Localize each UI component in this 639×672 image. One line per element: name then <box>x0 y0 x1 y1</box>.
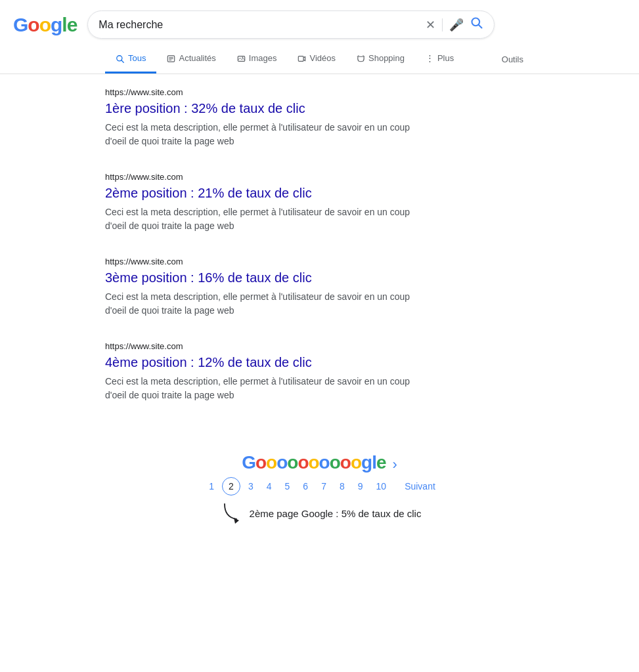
videos-tab-icon <box>297 53 306 63</box>
tab-tous[interactable]: Tous <box>105 45 156 74</box>
tab-images[interactable]: Images <box>227 45 288 73</box>
page-5[interactable]: 5 <box>280 478 296 494</box>
images-tab-icon <box>237 53 246 63</box>
page-3[interactable]: 3 <box>243 478 259 494</box>
pagination-logo-row: Goooooooooogle › <box>242 452 397 477</box>
clear-icon[interactable]: ✕ <box>426 18 435 32</box>
page-6[interactable]: 6 <box>297 478 313 494</box>
google-logo: Google <box>13 14 77 36</box>
search-bar: ✕ 🎤 <box>87 10 495 39</box>
results-container: https://www.site.com 1ère position : 32%… <box>0 74 639 439</box>
tab-tous-label: Tous <box>128 53 146 63</box>
tab-videos[interactable]: Vidéos <box>287 45 346 73</box>
page-10[interactable]: 10 <box>371 478 392 494</box>
tools-button[interactable]: Outils <box>491 47 534 72</box>
search-tab-icon <box>116 53 125 64</box>
result-item-2: https://www.site.com 2ème position : 21%… <box>105 172 534 233</box>
annotation-box: 2ème page Google : 5% de taux de clic <box>218 501 422 527</box>
search-icons: ✕ 🎤 <box>426 16 483 33</box>
curved-arrow-icon <box>218 501 244 527</box>
page-7[interactable]: 7 <box>316 478 332 494</box>
result-title-3[interactable]: 3ème position : 16% de taux de clic <box>105 269 534 286</box>
pagination-logo: Goooooooooogle <box>242 452 386 473</box>
annotation-text: 2ème page Google : 5% de taux de clic <box>250 508 422 519</box>
more-tab-icon: ⋮ <box>426 53 434 63</box>
tab-actualites-label: Actualités <box>179 53 215 63</box>
result-item-4: https://www.site.com 4ème position : 12%… <box>105 341 534 402</box>
tab-videos-label: Vidéos <box>309 53 336 63</box>
result-item-1: https://www.site.com 1ère position : 32%… <box>105 87 534 148</box>
result-desc-4: Ceci est la meta description, elle perme… <box>105 375 420 402</box>
result-title-2[interactable]: 2ème position : 21% de taux de clic <box>105 184 534 201</box>
svg-line-1 <box>479 25 482 28</box>
page-1[interactable]: 1 <box>204 478 219 494</box>
suivant-button[interactable]: Suivant <box>405 481 435 492</box>
pagination-numbers: 1 2 3 4 5 6 7 8 9 10 <box>204 477 391 495</box>
search-button-icon[interactable] <box>470 16 483 33</box>
pagination-next-arrow[interactable]: › <box>393 456 397 473</box>
tab-plus[interactable]: ⋮ Plus <box>415 45 464 73</box>
result-desc-3: Ceci est la meta description, elle perme… <box>105 290 420 318</box>
mic-icon[interactable]: 🎤 <box>449 18 464 32</box>
shopping-tab-icon <box>357 53 365 63</box>
tab-actualites[interactable]: Actualités <box>156 45 226 73</box>
tab-images-label: Images <box>249 53 277 63</box>
result-title-1[interactable]: 1ère position : 32% de taux de clic <box>105 100 534 117</box>
result-url-4: https://www.site.com <box>105 341 534 351</box>
result-url-1: https://www.site.com <box>105 87 534 97</box>
tab-shopping[interactable]: Shopping <box>346 45 415 73</box>
result-title-4[interactable]: 4ème position : 12% de taux de clic <box>105 354 534 371</box>
divider <box>442 18 443 32</box>
header: Google ✕ 🎤 <box>0 0 639 39</box>
result-item-3: https://www.site.com 3ème position : 16%… <box>105 257 534 318</box>
result-desc-2: Ceci est la meta description, elle perme… <box>105 205 420 233</box>
tab-plus-label: Plus <box>437 53 454 63</box>
page-4[interactable]: 4 <box>261 478 277 494</box>
nav-tabs: Tous Actualités Images <box>0 45 639 74</box>
page-2-current[interactable]: 2 <box>222 477 240 495</box>
page-8[interactable]: 8 <box>334 478 350 494</box>
svg-line-3 <box>121 60 123 62</box>
page-9[interactable]: 9 <box>353 478 368 494</box>
search-input[interactable] <box>99 19 418 31</box>
tab-shopping-label: Shopping <box>368 53 405 63</box>
svg-point-9 <box>242 57 243 58</box>
svg-rect-10 <box>299 56 304 62</box>
pagination-section: Goooooooooogle › 1 2 3 4 5 6 7 8 9 10 Su… <box>0 452 639 553</box>
result-desc-1: Ceci est la meta description, elle perme… <box>105 121 420 148</box>
result-url-2: https://www.site.com <box>105 172 534 182</box>
result-url-3: https://www.site.com <box>105 257 534 266</box>
pagination-numbers-row: 1 2 3 4 5 6 7 8 9 10 Suivant <box>204 477 435 495</box>
news-tab-icon <box>167 53 175 63</box>
